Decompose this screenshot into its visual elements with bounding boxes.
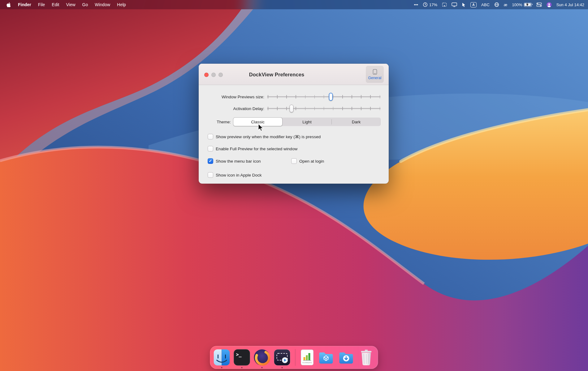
menu-item-finder[interactable]: Finder: [15, 0, 35, 9]
screenshot-icon: [442, 2, 447, 7]
character-viewer-menu[interactable]: æ: [504, 2, 508, 7]
menu-bar-left: Finder File Edit View Go Window Help: [4, 0, 129, 9]
apple-dock-icon-label[interactable]: Show icon in Apple Dock: [216, 173, 262, 177]
minimize-button: [211, 73, 216, 77]
battery-icon: [524, 3, 532, 7]
keyboard-badge: A: [470, 2, 477, 7]
battery-status[interactable]: 100%: [512, 2, 531, 7]
theme-label: Theme:: [217, 120, 231, 124]
slider-ticks: [268, 107, 380, 110]
apple-dock-icon-row: ✓ Show icon in Apple Dock: [208, 171, 389, 179]
overflow-menu[interactable]: •••: [414, 2, 418, 7]
checkmark-icon: ✓: [209, 159, 212, 163]
menu-bar-icon-label[interactable]: Show the menu bar icon: [216, 159, 261, 164]
account-icon: [547, 2, 552, 7]
numbers-document-icon: NUMBERS: [300, 349, 314, 366]
toggles-icon: [536, 2, 542, 7]
display-menu[interactable]: [452, 2, 457, 7]
full-preview-label[interactable]: Enable Full Preview for the selected win…: [216, 147, 297, 151]
previews-size-label: Window Previews size:: [222, 95, 264, 99]
menu-item-window[interactable]: Window: [91, 0, 114, 9]
toolbar-general-button[interactable]: General: [366, 66, 384, 83]
activation-delay-slider[interactable]: [267, 104, 381, 113]
window-title: DockView Preferences: [220, 72, 333, 78]
modifier-key-checkbox[interactable]: ✓: [208, 134, 213, 139]
apple-menu[interactable]: [4, 2, 15, 8]
charging-bolt-icon: [526, 2, 529, 6]
input-source-menu[interactable]: ABC: [481, 2, 490, 7]
open-at-login-label[interactable]: Open at login: [299, 159, 324, 164]
menu-item-file[interactable]: File: [35, 0, 49, 9]
dock-dropbox-folder[interactable]: [318, 349, 335, 366]
activation-delay-label: Activation Delay:: [233, 106, 264, 111]
slider-ticks: [268, 95, 380, 99]
downloads-folder-icon: [338, 349, 355, 366]
modifier-key-label[interactable]: Show preview only when the modifier key …: [216, 134, 321, 139]
theme-segment-dark[interactable]: Dark: [332, 118, 381, 126]
wallpaper: [0, 0, 588, 371]
numbers-caption: NUMBERS: [302, 362, 312, 364]
menu-bar-icon-checkbox[interactable]: ✓: [208, 158, 213, 164]
dock-trash[interactable]: [358, 349, 375, 366]
dock-dockview[interactable]: [274, 349, 291, 366]
dock-downloads-folder[interactable]: [338, 349, 355, 366]
trash-icon: [359, 349, 374, 366]
window-controls: [204, 73, 223, 77]
menu-item-view[interactable]: View: [63, 0, 79, 9]
theme-segment-light[interactable]: Light: [283, 118, 331, 126]
apple-dock-icon-checkbox[interactable]: ✓: [208, 172, 213, 178]
open-at-login-checkbox[interactable]: ✓: [291, 158, 297, 164]
apple-icon: [6, 2, 11, 8]
general-tab-label: General: [368, 76, 382, 80]
previews-size-row: Window Previews size:: [199, 92, 389, 101]
menu-bar: Finder File Edit View Go Window Help •••…: [0, 0, 588, 9]
previews-size-slider[interactable]: [267, 93, 381, 101]
control-center-menu[interactable]: [536, 2, 542, 7]
theme-row: Theme: Classic Light Dark: [199, 117, 389, 126]
preferences-window: DockView Preferences General Window Prev…: [199, 64, 389, 184]
keyboard-menu[interactable]: A: [470, 2, 477, 7]
theme-segment-classic[interactable]: Classic: [233, 118, 282, 126]
globe-icon: [494, 2, 499, 7]
language-menu[interactable]: [494, 2, 499, 7]
full-preview-checkbox[interactable]: ✓: [208, 146, 213, 151]
previews-size-slider-thumb[interactable]: [329, 93, 333, 101]
close-button[interactable]: [204, 73, 209, 77]
screenshot-menu[interactable]: [442, 2, 447, 7]
menu-bar-clock[interactable]: Sun 4 Jul 14:42: [556, 2, 584, 7]
display-icon: [452, 2, 457, 7]
menu-item-help[interactable]: Help: [114, 0, 129, 9]
theme-segmented-control: Classic Light Dark: [233, 118, 381, 126]
preferences-content: Window Previews size: Activation Delay: …: [199, 85, 389, 184]
terminal-icon: >_: [233, 349, 251, 366]
dock-divider: [295, 349, 296, 366]
user-account-menu[interactable]: [547, 2, 552, 7]
dock-terminal[interactable]: >_: [233, 349, 251, 366]
dock-browser[interactable]: [253, 349, 271, 366]
dock: >_: [210, 346, 378, 369]
titlebar[interactable]: DockView Preferences General: [199, 64, 389, 85]
browser-icon: [253, 349, 271, 366]
dock-numbers-document[interactable]: NUMBERS: [300, 349, 315, 366]
finder-icon: [213, 349, 231, 366]
menu-bar-icon-row: ✓ Show the menu bar icon ✓ Open at login: [208, 157, 389, 165]
pointer-menu[interactable]: [462, 2, 466, 7]
menu-item-edit[interactable]: Edit: [48, 0, 63, 9]
modifier-key-row: ✓ Show preview only when the modifier ke…: [208, 133, 389, 140]
activation-delay-slider-thumb[interactable]: [289, 105, 293, 113]
general-tab-icon: [373, 69, 377, 75]
timer-percent: 17%: [429, 2, 437, 7]
battery-percent: 100%: [512, 2, 522, 7]
dock-finder[interactable]: [213, 349, 231, 366]
menu-bar-status: ••• 17%: [414, 2, 584, 7]
desktop: Finder File Edit View Go Window Help •••…: [0, 0, 588, 371]
full-preview-row: ✓ Enable Full Preview for the selected w…: [208, 145, 389, 152]
timer-status[interactable]: 17%: [423, 2, 437, 7]
dockview-icon: [274, 349, 291, 366]
dropbox-folder-icon: [318, 349, 335, 366]
activation-delay-row: Activation Delay:: [199, 104, 389, 113]
pointer-icon: [462, 2, 466, 7]
svg-text:>_: >_: [236, 352, 242, 357]
open-at-login-group: ✓ Open at login: [291, 157, 324, 165]
menu-item-go[interactable]: Go: [79, 0, 92, 9]
